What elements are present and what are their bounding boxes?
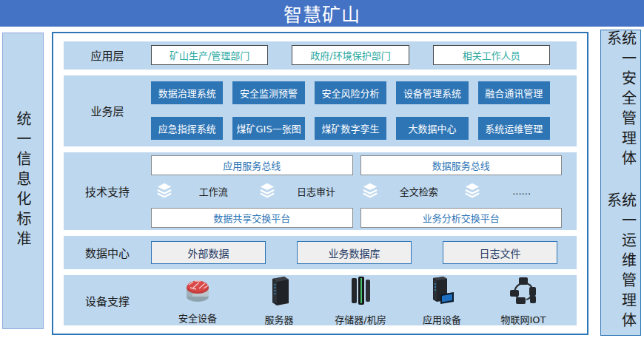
business-item: 大数据中心 (396, 117, 468, 140)
tech-middlewares: 工作流 日志审计 全文检索 (151, 182, 562, 201)
business-item: 煤矿GIS一张图 (232, 117, 304, 140)
data-center-items: 外部数据 业务数据库 日志文件 (151, 241, 557, 264)
left-panel-label: 统一信息化标准 (16, 111, 30, 251)
data-center-item: 业务数据库 (297, 241, 412, 264)
tech-platforms: 数据共享交换平台 业务分析交换平台 (151, 208, 562, 228)
device-label: 存储器/机房 (335, 312, 386, 326)
device-storage: 存储器/机房 (320, 275, 401, 326)
tech-buses: 应用服务总线 数据服务总线 (151, 155, 562, 175)
business-item: 数据治理系统 (151, 81, 223, 104)
layer-tech-label: 技术支持 (64, 183, 151, 199)
business-item: 设备管理系统 (396, 81, 468, 104)
device-label: 物联网IOT (500, 312, 546, 326)
app-device-icon (427, 275, 457, 309)
layers-icon (155, 182, 173, 201)
device-iot: 物联网IOT (483, 275, 564, 326)
layer-tech-support: 技术支持 应用服务总线 数据服务总线 工作流 日志审计 (64, 152, 577, 230)
tech-middleware: 日志审计 (254, 182, 357, 201)
tech-middleware: 工作流 (151, 182, 254, 201)
business-item: 安全风险分析 (315, 81, 386, 104)
business-item: 安全监测预警 (232, 81, 304, 104)
business-items: 数据治理系统 安全监测预警 安全风险分析 设备管理系统 融合通讯管理 应急指挥系… (151, 81, 550, 140)
tech-middleware: ...... (459, 182, 562, 201)
device-server: 服务器 (238, 275, 320, 326)
tech-items: 应用服务总线 数据服务总线 工作流 日志审计 (151, 155, 562, 228)
business-item: 应急指挥系统 (151, 117, 223, 140)
layer-device-label: 设备支撑 (64, 293, 151, 308)
tech-middleware: 全文检索 (357, 182, 460, 201)
tech-platform: 数据共享交换平台 (151, 208, 353, 228)
architecture-frame: 应用层 矿山生产/管理部门 政府/环境保护部门 相关工作人员 业务层 数据治理系… (52, 32, 588, 335)
layers-icon (361, 182, 379, 201)
layer-business: 业务层 数据治理系统 安全监测预警 安全风险分析 设备管理系统 融合通讯管理 应… (64, 75, 577, 146)
tech-middleware-label: 工作流 (173, 184, 254, 198)
application-item: 矿山生产/管理部门 (151, 45, 268, 65)
layer-device-support: 设备支撑 安全设备 (64, 275, 577, 325)
tech-middleware-label: ...... (481, 186, 562, 197)
layer-application: 应用层 矿山生产/管理部门 政府/环境保护部门 相关工作人员 (64, 41, 577, 70)
tech-middleware-label: 日志审计 (276, 184, 357, 198)
page-title: 智慧矿山 (0, 0, 644, 27)
business-item: 融合通讯管理 (478, 81, 550, 104)
business-item: 煤矿数字孪生 (315, 117, 386, 140)
tech-bus: 应用服务总线 (151, 155, 353, 175)
application-items: 矿山生产/管理部门 政府/环境保护部门 相关工作人员 (151, 45, 550, 65)
device-security: 安全设备 (157, 275, 238, 326)
device-label: 服务器 (264, 312, 293, 326)
right-panel-label-ops: 统一运维管理体系 (606, 192, 636, 335)
layer-application-label: 应用层 (64, 47, 151, 63)
layers-icon (258, 182, 276, 201)
tech-bus: 数据服务总线 (360, 155, 563, 175)
layer-data-label: 数据中心 (64, 245, 151, 260)
layers-icon (463, 182, 481, 201)
tech-middleware-label: 全文检索 (379, 184, 460, 198)
firewall-icon (181, 275, 214, 308)
device-label: 安全设备 (178, 311, 217, 325)
application-item: 相关工作人员 (433, 45, 550, 65)
data-center-item: 日志文件 (443, 241, 557, 264)
business-item: 系统运维管理 (478, 117, 550, 140)
server-icon (266, 275, 292, 309)
right-panel-label-security: 统一安全管理体系 (606, 30, 636, 173)
layer-business-label: 业务层 (64, 103, 151, 118)
device-application: 应用设备 (401, 275, 483, 326)
device-items: 安全设备 服务器 (151, 275, 564, 326)
layer-data-center: 数据中心 外部数据 业务数据库 日志文件 (64, 236, 577, 269)
device-label: 应用设备 (423, 312, 461, 326)
application-item: 政府/环境保护部门 (292, 45, 409, 65)
storage-rack-icon (347, 275, 374, 309)
data-center-item: 外部数据 (151, 241, 266, 264)
right-system-panel: 统一安全管理体系 统一运维管理体系 (600, 30, 641, 336)
iot-network-icon (507, 275, 540, 309)
tech-platform: 业务分析交换平台 (360, 208, 563, 228)
left-standard-panel: 统一信息化标准 (2, 33, 44, 329)
